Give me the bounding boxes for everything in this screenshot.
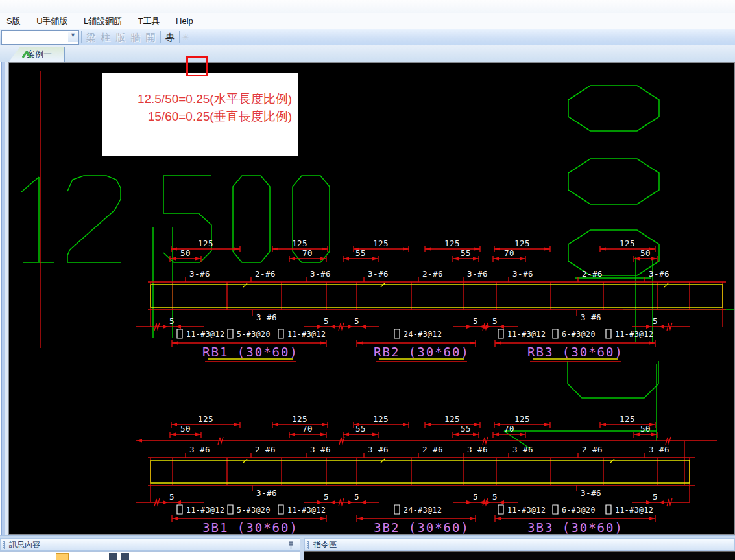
end-gap-label: 5 (324, 316, 329, 326)
command-panel-title: 指令區 (313, 539, 337, 550)
scale-note-box: 12.5/50=0.25(水平長度比例) 15/60=0.25(垂直長度比例) (102, 73, 298, 156)
upper-beam-labels: 125 125 125 125 125 125 50 70 55 55 70 5… (169, 239, 669, 359)
command-panel-content[interactable] (304, 551, 735, 560)
stirrup-label: 11-#3@12 (615, 506, 653, 515)
menu-item-s[interactable]: S版 (0, 13, 27, 27)
menu-item-hand-slab[interactable]: U手鋪版 (30, 13, 74, 27)
end-gap-label: 5 (653, 316, 658, 326)
rebar-label: 3-#6 (467, 445, 488, 454)
lower-beam-labels: 125 125 125 125 125 125 50 70 55 55 70 5… (169, 414, 669, 534)
menu-item-lay-rebar[interactable]: L鋪設鋼筋 (77, 13, 128, 27)
scale-note-line2: 15/60=0.25(垂直長度比例) (102, 108, 292, 125)
rebar-label: 3-#6 (256, 488, 277, 498)
opening-tool-button[interactable]: 開 (143, 30, 158, 44)
sub-dim-label: 50 (640, 248, 651, 258)
tab-case-1[interactable]: 案例一 (9, 47, 65, 62)
dim-label: 125 (514, 239, 530, 248)
rebar-label: 3-#6 (649, 269, 669, 279)
dim-label: 125 (514, 414, 530, 424)
sub-dim-label: 70 (504, 248, 514, 258)
rebar-label: 3-#6 (256, 312, 277, 322)
end-gap-label: 5 (354, 316, 359, 326)
beam-name: RB1 (30*60) (202, 345, 298, 359)
stirrup-label: 24-#3@12 (404, 330, 442, 339)
wall-tool-button[interactable]: 牆 (128, 30, 143, 44)
stirrup-label: 11-#3@12 (287, 330, 326, 339)
yellow-beam-outline (151, 283, 723, 534)
toolbar: ▼ 梁 柱 版 牆 開 專 ☀ ▼ (0, 29, 735, 46)
message-icon (109, 553, 117, 560)
rebar-label: 3-#6 (581, 488, 601, 498)
message-panel-titlebar[interactable]: 訊息內容 (0, 538, 300, 551)
drag-grip-icon[interactable] (3, 541, 5, 549)
message-icon (121, 553, 129, 560)
stirrup-label: 24-#3@12 (404, 506, 442, 515)
chevron-down-icon[interactable]: ▼ (68, 32, 78, 42)
dim-label: 125 (373, 414, 389, 424)
sub-dim-label: 55 (461, 424, 471, 434)
sub-dim-label: 70 (302, 248, 313, 258)
dim-label: 125 (292, 414, 307, 424)
end-gap-label: 5 (492, 492, 498, 502)
dim-label: 125 (444, 239, 460, 248)
scale-note-line1: 12.5/50=0.25(水平長度比例) (102, 90, 292, 108)
layer-combobox[interactable]: ▼ (1, 30, 79, 45)
pin-icon[interactable] (287, 541, 295, 550)
end-gap-label: 5 (169, 492, 175, 502)
stirrup-label: 11-#3@12 (615, 330, 653, 339)
end-gap-label: 5 (169, 316, 175, 326)
menu-item-help[interactable]: Help (169, 14, 200, 26)
beam-tool-button[interactable]: 梁 (84, 30, 98, 44)
red-arrowheads (136, 248, 664, 520)
beam-name: 3B1 (30*60) (202, 520, 298, 534)
dim-label: 125 (292, 239, 307, 248)
slab-tool-button[interactable]: 版 (114, 30, 128, 44)
tab-strip: 案例一 (0, 45, 735, 62)
beam-name: RB3 (30*60) (527, 345, 623, 359)
toolbar-separator (81, 31, 82, 43)
stirrup-label: 11-#3@12 (186, 506, 224, 515)
dim-label: 125 (620, 239, 635, 248)
rebar-label: 2-#6 (255, 269, 276, 279)
rebar-label: 2-#6 (422, 269, 443, 279)
beam-name: 3B2 (30*60) (374, 520, 470, 534)
stirrup-label: 6-#3@20 (562, 506, 596, 515)
menu-bar: S版 U手鋪版 L鋪設鋼筋 T工具 Help (0, 13, 735, 29)
sub-dim-label: 70 (504, 424, 514, 434)
command-panel-titlebar[interactable]: 指令區 (304, 538, 735, 551)
menu-item-tools[interactable]: T工具 (132, 13, 167, 27)
sub-dim-label: 70 (302, 424, 313, 434)
sub-dim-label: 55 (355, 248, 366, 258)
rebar-label: 3-#6 (310, 269, 331, 279)
beam-name: RB2 (30*60) (374, 345, 470, 359)
warning-icon (56, 553, 69, 560)
rebar-label: 3-#6 (512, 445, 533, 454)
sub-dim-label: 55 (355, 424, 366, 434)
end-gap-label: 5 (653, 492, 658, 502)
end-gap-label: 5 (473, 316, 478, 326)
bottom-dock: 訊息內容 指令區 (0, 535, 735, 560)
rebar-label: 3-#6 (368, 269, 389, 279)
message-panel-title: 訊息內容 (9, 539, 40, 550)
stirrup-label: 11-#3@12 (507, 330, 546, 339)
rebar-label: 2-#6 (422, 445, 443, 454)
rebar-label: 3-#6 (368, 445, 389, 454)
highlight-annotation-box (186, 56, 208, 76)
rebar-label: 3-#6 (649, 445, 669, 454)
rebar-label: 2-#6 (582, 269, 603, 279)
dim-label: 125 (198, 414, 213, 424)
message-panel-content[interactable] (0, 551, 300, 560)
drag-grip-icon[interactable] (307, 541, 309, 549)
project-tool-button[interactable]: 專 (163, 30, 177, 44)
rebar-label: 3-#6 (189, 269, 210, 279)
render-tool-icon[interactable]: ☀ (181, 30, 190, 44)
stirrup-label: 11-#3@12 (507, 506, 546, 515)
stirrup-label: 6-#3@20 (562, 330, 596, 339)
dim-label: 125 (373, 239, 389, 248)
column-tool-button[interactable]: 柱 (99, 30, 113, 44)
rebar-label: 3-#6 (467, 269, 488, 279)
sub-dim-label: 50 (180, 248, 191, 258)
cad-canvas[interactable]: 12.5/50=0.25(水平長度比例) 15/60=0.25(垂直長度比例) … (8, 62, 735, 535)
rebar-label: 2-#6 (255, 445, 276, 454)
rebar-label: 2-#6 (582, 445, 603, 454)
